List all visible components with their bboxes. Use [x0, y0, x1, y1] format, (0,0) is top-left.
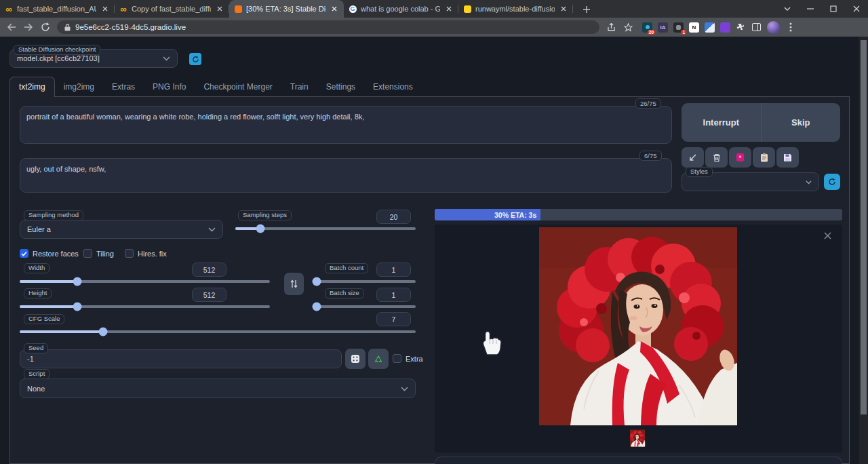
tab-search-chevron-icon[interactable] [776, 0, 799, 18]
reuse-seed-button[interactable] [368, 349, 389, 369]
width-slider[interactable] [20, 280, 270, 283]
close-button[interactable] [845, 0, 868, 18]
prompt-textarea[interactable] [20, 107, 671, 143]
colab-icon: ∞ [119, 5, 127, 13]
slider-handle[interactable] [73, 303, 81, 311]
tab-img2img[interactable]: img2img [55, 77, 103, 97]
gallery-thumbnail[interactable] [630, 429, 647, 448]
tab-txt2img[interactable]: txt2img [9, 77, 55, 97]
swap-dimensions-button[interactable] [284, 273, 304, 295]
purple-extension-icon[interactable] [720, 22, 730, 33]
tab-settings[interactable]: Settings [317, 77, 364, 97]
slider-handle[interactable] [313, 277, 321, 286]
maximize-button[interactable] [822, 0, 845, 18]
checkbox-box[interactable] [20, 249, 28, 258]
tab-close-icon[interactable] [215, 4, 224, 14]
extra-seed-checkbox[interactable]: Extra [393, 354, 423, 363]
checkbox-box[interactable] [125, 249, 134, 258]
ia-extension-icon[interactable]: IA [658, 22, 668, 33]
batch-size-slider[interactable] [313, 305, 416, 308]
width-input[interactable] [192, 263, 226, 277]
checkbox-label: Hires. fix [138, 250, 167, 258]
messages-extension-icon[interactable]: 1 [673, 22, 684, 33]
restore-faces-checkbox[interactable]: Restore faces [20, 249, 79, 258]
sampling-steps-input[interactable] [376, 210, 411, 224]
height-input[interactable] [192, 288, 226, 302]
extra-networks-button[interactable] [729, 147, 751, 168]
hires-fix-checkbox[interactable]: Hires. fix [125, 249, 167, 258]
interrupt-button[interactable]: Interrupt [682, 103, 762, 142]
tab-extras[interactable]: Extras [103, 77, 144, 97]
paste-params-button[interactable] [682, 147, 704, 168]
back-button[interactable] [6, 22, 17, 33]
batch-count-slider[interactable] [313, 280, 416, 283]
menu-dots-icon[interactable] [785, 22, 796, 33]
gallery-close-icon[interactable] [822, 230, 833, 241]
save-style-button[interactable] [776, 147, 799, 168]
batch-size-input[interactable] [376, 288, 411, 302]
notion-extension-icon[interactable]: N [689, 22, 699, 33]
slider-handle[interactable] [98, 328, 107, 336]
tab-train[interactable]: Train [281, 77, 317, 97]
checkbox-label: Restore faces [33, 250, 79, 258]
checkbox-box[interactable] [83, 249, 92, 258]
tab-png-info[interactable]: PNG Info [144, 77, 195, 97]
address-bar[interactable]: 9e5e6cc2-c519-4dc5.gradio.live [57, 20, 599, 34]
extensions-puzzle-icon[interactable] [736, 22, 746, 33]
clear-prompt-button[interactable] [705, 147, 728, 168]
generated-image-preview[interactable] [539, 227, 737, 425]
tab-checkpoint-merger[interactable]: Checkpoint Merger [195, 77, 281, 97]
profile-avatar[interactable] [767, 21, 780, 34]
share-icon[interactable] [606, 22, 616, 33]
browser-tab-colab-1[interactable]: ∞ fast_stable_diffusion_AUTOMA [0, 0, 115, 18]
blue-extension-icon[interactable] [705, 22, 715, 33]
cfg-scale-slider[interactable] [20, 330, 416, 333]
cfg-scale-input[interactable] [376, 312, 411, 326]
checkpoint-refresh-button[interactable] [189, 53, 201, 65]
seed-input[interactable] [20, 349, 342, 368]
tab-extensions[interactable]: Extensions [364, 77, 422, 97]
recycle-icon [374, 355, 383, 364]
tab-close-icon[interactable] [444, 4, 454, 14]
apply-styles-button[interactable] [753, 147, 775, 168]
slider-handle[interactable] [313, 303, 321, 311]
browser-tab-stable-diffusion-active[interactable]: [30% ETA: 3s] Stable Diffusion [229, 0, 344, 18]
height-slider[interactable] [20, 305, 270, 308]
slider-handle[interactable] [256, 225, 265, 233]
tab-close-icon[interactable] [100, 4, 110, 14]
scrollbar-thumb[interactable] [861, 40, 867, 414]
script-dropdown[interactable]: None [20, 379, 416, 398]
checkbox-box[interactable] [393, 354, 401, 363]
sampling-method-dropdown[interactable]: Euler a [20, 220, 223, 239]
tab-close-icon[interactable] [330, 4, 339, 14]
styles-refresh-button[interactable] [824, 174, 840, 190]
new-tab-button[interactable] [578, 1, 595, 18]
random-seed-button[interactable] [345, 349, 366, 369]
batch-count-input[interactable] [376, 263, 411, 277]
slider-handle[interactable] [73, 277, 81, 286]
reload-button[interactable] [40, 22, 51, 33]
tab-title: Copy of fast_stable_diffusion_ [132, 5, 211, 13]
negative-prompt-textarea[interactable] [20, 159, 671, 192]
browser-tab-colab-2[interactable]: ∞ Copy of fast_stable_diffusion_ [115, 0, 229, 18]
lock-icon [64, 24, 71, 31]
bookmark-star-icon[interactable] [623, 22, 633, 33]
tiling-checkbox[interactable]: Tiling [83, 249, 114, 258]
skip-button[interactable]: Skip [762, 103, 841, 142]
sampling-steps-slider[interactable] [235, 227, 416, 230]
browser-tab-huggingface[interactable]: runwayml/stable-diffusion-v1 [458, 0, 573, 18]
pinned-extension-icon[interactable]: 20 [642, 22, 652, 33]
chevron-down-icon [163, 54, 170, 62]
minimize-button[interactable] [799, 0, 822, 18]
page-scrollbar[interactable] [859, 37, 868, 464]
browser-tab-google-search[interactable]: G what is google colab - Google [344, 0, 458, 18]
forward-button[interactable] [23, 22, 34, 33]
colab-icon: ∞ [5, 5, 13, 13]
tab-close-icon[interactable] [559, 4, 568, 14]
txt2img-panel: 26/75 6/75 Interrupt Skip [9, 96, 850, 464]
seed-label: Seed [24, 343, 48, 353]
sidebar-panel-icon[interactable] [751, 22, 762, 33]
screen: ∞ fast_stable_diffusion_AUTOMA ∞ Copy of… [0, 0, 868, 464]
app-nav-tabs: txt2img img2img Extras PNG Info Checkpoi… [9, 77, 422, 97]
url-text: 9e5e6cc2-c519-4dc5.gradio.live [75, 23, 186, 31]
